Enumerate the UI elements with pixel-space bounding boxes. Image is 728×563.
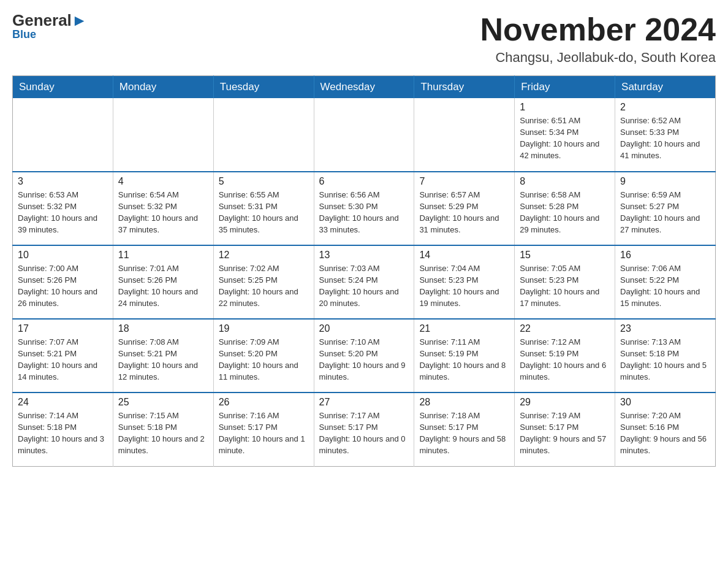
day-info: Sunrise: 7:14 AM Sunset: 5:18 PM Dayligh… [18, 410, 108, 456]
day-number: 12 [219, 250, 309, 261]
calendar-day-cell: 3Sunrise: 6:53 AM Sunset: 5:32 PM Daylig… [13, 172, 113, 245]
weekday-header-tuesday: Tuesday [213, 76, 314, 99]
day-number: 25 [118, 397, 208, 408]
calendar-day-cell: 9Sunrise: 6:59 AM Sunset: 5:27 PM Daylig… [615, 172, 716, 245]
day-number: 24 [18, 397, 108, 408]
day-number: 21 [419, 323, 509, 334]
calendar-day-cell: 30Sunrise: 7:20 AM Sunset: 5:16 PM Dayli… [615, 393, 716, 466]
calendar-day-cell: 5Sunrise: 6:55 AM Sunset: 5:31 PM Daylig… [213, 172, 314, 245]
day-number: 26 [219, 397, 309, 408]
calendar-day-cell [13, 98, 113, 172]
day-number: 3 [18, 176, 108, 187]
calendar-day-cell: 15Sunrise: 7:05 AM Sunset: 5:23 PM Dayli… [515, 245, 615, 319]
weekday-header-row: SundayMondayTuesdayWednesdayThursdayFrid… [13, 76, 716, 99]
calendar-day-cell: 6Sunrise: 6:56 AM Sunset: 5:30 PM Daylig… [314, 172, 414, 245]
day-number: 2 [620, 102, 710, 113]
day-info: Sunrise: 6:54 AM Sunset: 5:32 PM Dayligh… [118, 190, 208, 236]
logo: General► Blue [12, 12, 88, 41]
day-number: 11 [118, 250, 208, 261]
calendar-day-cell: 20Sunrise: 7:10 AM Sunset: 5:20 PM Dayli… [314, 319, 414, 393]
day-number: 22 [520, 323, 610, 334]
calendar-day-cell: 18Sunrise: 7:08 AM Sunset: 5:21 PM Dayli… [113, 319, 213, 393]
calendar-day-cell: 13Sunrise: 7:03 AM Sunset: 5:24 PM Dayli… [314, 245, 414, 319]
day-info: Sunrise: 7:11 AM Sunset: 5:19 PM Dayligh… [419, 337, 509, 383]
calendar-week-row: 24Sunrise: 7:14 AM Sunset: 5:18 PM Dayli… [13, 393, 716, 466]
calendar-day-cell [314, 98, 414, 172]
day-number: 16 [620, 250, 710, 261]
day-info: Sunrise: 6:57 AM Sunset: 5:29 PM Dayligh… [419, 190, 509, 236]
day-info: Sunrise: 7:16 AM Sunset: 5:17 PM Dayligh… [219, 410, 309, 456]
day-info: Sunrise: 7:12 AM Sunset: 5:19 PM Dayligh… [520, 337, 610, 383]
day-number: 27 [319, 397, 409, 408]
logo-triangle-icon: ► [72, 11, 88, 29]
day-info: Sunrise: 7:10 AM Sunset: 5:20 PM Dayligh… [319, 337, 409, 383]
day-info: Sunrise: 7:19 AM Sunset: 5:17 PM Dayligh… [520, 410, 610, 456]
day-info: Sunrise: 7:09 AM Sunset: 5:20 PM Dayligh… [219, 337, 309, 383]
day-number: 4 [118, 176, 208, 187]
day-number: 15 [520, 250, 610, 261]
day-number: 29 [520, 397, 610, 408]
weekday-header-friday: Friday [515, 76, 615, 99]
day-number: 19 [219, 323, 309, 334]
weekday-header-sunday: Sunday [13, 76, 113, 99]
calendar-day-cell: 16Sunrise: 7:06 AM Sunset: 5:22 PM Dayli… [615, 245, 716, 319]
location-title: Changsu, Jeollabuk-do, South Korea [480, 50, 716, 66]
day-info: Sunrise: 7:20 AM Sunset: 5:16 PM Dayligh… [620, 410, 710, 456]
calendar-day-cell [113, 98, 213, 172]
day-info: Sunrise: 7:08 AM Sunset: 5:21 PM Dayligh… [118, 337, 208, 383]
day-number: 7 [419, 176, 509, 187]
calendar-day-cell: 4Sunrise: 6:54 AM Sunset: 5:32 PM Daylig… [113, 172, 213, 245]
day-number: 5 [219, 176, 309, 187]
calendar-day-cell [414, 98, 515, 172]
calendar-day-cell: 22Sunrise: 7:12 AM Sunset: 5:19 PM Dayli… [515, 319, 615, 393]
weekday-header-monday: Monday [113, 76, 213, 99]
weekday-header-wednesday: Wednesday [314, 76, 414, 99]
day-info: Sunrise: 7:03 AM Sunset: 5:24 PM Dayligh… [319, 263, 409, 309]
day-info: Sunrise: 7:06 AM Sunset: 5:22 PM Dayligh… [620, 263, 710, 309]
calendar-day-cell: 11Sunrise: 7:01 AM Sunset: 5:26 PM Dayli… [113, 245, 213, 319]
calendar-day-cell: 26Sunrise: 7:16 AM Sunset: 5:17 PM Dayli… [213, 393, 314, 466]
calendar-day-cell: 27Sunrise: 7:17 AM Sunset: 5:17 PM Dayli… [314, 393, 414, 466]
day-info: Sunrise: 7:05 AM Sunset: 5:23 PM Dayligh… [520, 263, 610, 309]
day-info: Sunrise: 7:01 AM Sunset: 5:26 PM Dayligh… [118, 263, 208, 309]
page-header: General► Blue November 2024 Changsu, Jeo… [12, 12, 716, 66]
calendar-day-cell [213, 98, 314, 172]
calendar-day-cell: 17Sunrise: 7:07 AM Sunset: 5:21 PM Dayli… [13, 319, 113, 393]
day-info: Sunrise: 7:07 AM Sunset: 5:21 PM Dayligh… [18, 337, 108, 383]
day-number: 9 [620, 176, 710, 187]
calendar-day-cell: 29Sunrise: 7:19 AM Sunset: 5:17 PM Dayli… [515, 393, 615, 466]
calendar-day-cell: 12Sunrise: 7:02 AM Sunset: 5:25 PM Dayli… [213, 245, 314, 319]
day-info: Sunrise: 6:53 AM Sunset: 5:32 PM Dayligh… [18, 190, 108, 236]
logo-general-text: General► [12, 12, 88, 28]
day-info: Sunrise: 7:02 AM Sunset: 5:25 PM Dayligh… [219, 263, 309, 309]
calendar-day-cell: 23Sunrise: 7:13 AM Sunset: 5:18 PM Dayli… [615, 319, 716, 393]
day-info: Sunrise: 7:15 AM Sunset: 5:18 PM Dayligh… [118, 410, 208, 456]
day-number: 8 [520, 176, 610, 187]
month-title: November 2024 [480, 12, 716, 47]
calendar-day-cell: 21Sunrise: 7:11 AM Sunset: 5:19 PM Dayli… [414, 319, 515, 393]
calendar-day-cell: 19Sunrise: 7:09 AM Sunset: 5:20 PM Dayli… [213, 319, 314, 393]
weekday-header-saturday: Saturday [615, 76, 716, 99]
day-number: 18 [118, 323, 208, 334]
calendar-day-cell: 28Sunrise: 7:18 AM Sunset: 5:17 PM Dayli… [414, 393, 515, 466]
day-number: 14 [419, 250, 509, 261]
calendar-week-row: 17Sunrise: 7:07 AM Sunset: 5:21 PM Dayli… [13, 319, 716, 393]
day-number: 28 [419, 397, 509, 408]
day-info: Sunrise: 6:59 AM Sunset: 5:27 PM Dayligh… [620, 190, 710, 236]
calendar-day-cell: 10Sunrise: 7:00 AM Sunset: 5:26 PM Dayli… [13, 245, 113, 319]
day-number: 1 [520, 102, 610, 113]
day-number: 17 [18, 323, 108, 334]
day-info: Sunrise: 7:13 AM Sunset: 5:18 PM Dayligh… [620, 337, 710, 383]
day-info: Sunrise: 6:51 AM Sunset: 5:34 PM Dayligh… [520, 115, 610, 161]
day-info: Sunrise: 6:56 AM Sunset: 5:30 PM Dayligh… [319, 190, 409, 236]
day-info: Sunrise: 7:00 AM Sunset: 5:26 PM Dayligh… [18, 263, 108, 309]
day-info: Sunrise: 6:52 AM Sunset: 5:33 PM Dayligh… [620, 115, 710, 161]
calendar-day-cell: 24Sunrise: 7:14 AM Sunset: 5:18 PM Dayli… [13, 393, 113, 466]
calendar-day-cell: 7Sunrise: 6:57 AM Sunset: 5:29 PM Daylig… [414, 172, 515, 245]
day-number: 20 [319, 323, 409, 334]
weekday-header-thursday: Thursday [414, 76, 515, 99]
day-info: Sunrise: 7:18 AM Sunset: 5:17 PM Dayligh… [419, 410, 509, 456]
day-info: Sunrise: 7:04 AM Sunset: 5:23 PM Dayligh… [419, 263, 509, 309]
calendar-week-row: 10Sunrise: 7:00 AM Sunset: 5:26 PM Dayli… [13, 245, 716, 319]
day-info: Sunrise: 6:55 AM Sunset: 5:31 PM Dayligh… [219, 190, 309, 236]
